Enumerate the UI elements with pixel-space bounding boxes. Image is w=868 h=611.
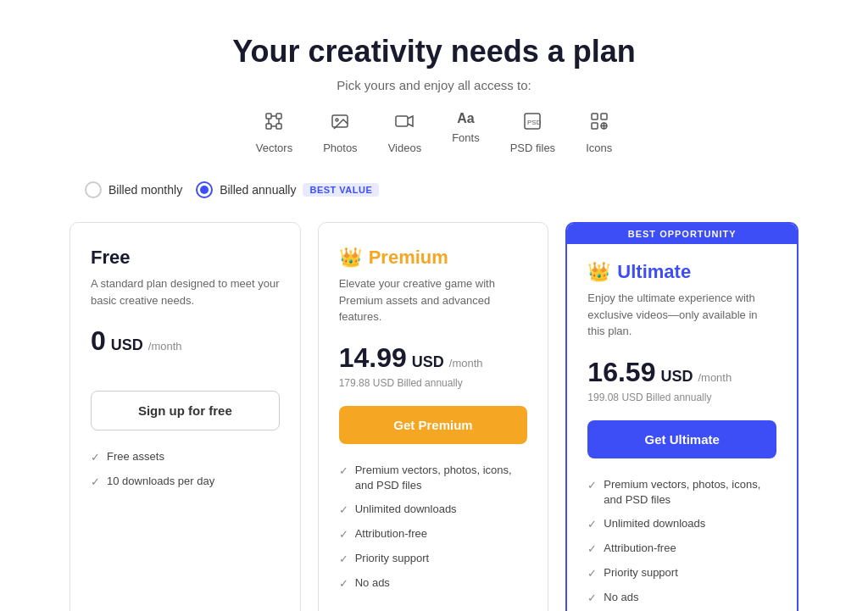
photos-label: Photos bbox=[323, 142, 357, 154]
premium-plan-price: 14.99 USD /month bbox=[339, 342, 528, 374]
free-price-period: /month bbox=[148, 340, 182, 353]
feature-fonts: Aa Fonts bbox=[452, 111, 480, 154]
features-row: Vectors Photos Videos Aa Fonts PSD bbox=[256, 111, 612, 154]
feature-psd: PSD PSD files bbox=[510, 111, 555, 154]
list-item: ✓ No ads bbox=[339, 575, 528, 592]
feature-icons: Icons bbox=[586, 111, 612, 154]
premium-plan-button[interactable]: Get Premium bbox=[339, 406, 528, 444]
ultimate-plan-description: Enjoy the ultimate experience with exclu… bbox=[587, 290, 776, 340]
free-plan-description: A standard plan designed to meet your ba… bbox=[91, 275, 280, 308]
check-icon: ✓ bbox=[587, 591, 597, 606]
premium-feature-5: No ads bbox=[355, 575, 390, 591]
premium-feature-4: Priority support bbox=[355, 551, 429, 566]
ultimate-price-period: /month bbox=[698, 371, 732, 384]
check-icon: ✓ bbox=[587, 566, 597, 581]
billing-annually-radio[interactable] bbox=[196, 181, 213, 198]
free-feature-2: 10 downloads per day bbox=[107, 474, 214, 489]
ultimate-feature-3: Attribution-free bbox=[604, 541, 676, 556]
page-title: Your creativity needs a plan bbox=[232, 34, 636, 69]
svg-rect-0 bbox=[266, 114, 271, 119]
ultimate-plan-price: 16.59 USD /month bbox=[587, 357, 776, 388]
videos-label: Videos bbox=[388, 142, 422, 154]
icons-icon bbox=[589, 111, 609, 136]
svg-point-9 bbox=[336, 119, 338, 121]
psd-label: PSD files bbox=[510, 142, 555, 154]
free-plan-name: Free bbox=[91, 247, 280, 269]
svg-rect-13 bbox=[592, 114, 598, 119]
check-icon: ✓ bbox=[587, 542, 597, 557]
billing-annually-label: Billed annually bbox=[220, 183, 296, 197]
ultimate-price-amount: 16.59 bbox=[587, 357, 655, 388]
free-plan-button[interactable]: Sign up for free bbox=[91, 391, 280, 430]
billing-monthly-radio[interactable] bbox=[85, 181, 102, 198]
premium-feature-3: Attribution-free bbox=[355, 526, 427, 542]
premium-plan-description: Elevate your creative game with Premium … bbox=[339, 275, 528, 325]
icons-label: Icons bbox=[586, 142, 612, 154]
premium-price-amount: 14.99 bbox=[339, 342, 407, 374]
svg-rect-1 bbox=[276, 114, 281, 119]
free-plan-price: 0 USD /month bbox=[91, 325, 280, 357]
list-item: ✓ Attribution-free bbox=[587, 541, 776, 557]
ultimate-feature-5: No ads bbox=[604, 590, 638, 605]
free-plan-card: Free A standard plan designed to meet yo… bbox=[70, 222, 301, 611]
check-icon: ✓ bbox=[339, 503, 348, 518]
ultimate-plan-button[interactable]: Get Ultimate bbox=[587, 420, 776, 458]
best-value-badge: BEST VALUE bbox=[303, 183, 379, 197]
free-price-currency: USD bbox=[111, 336, 143, 354]
check-icon: ✓ bbox=[91, 450, 100, 465]
check-icon: ✓ bbox=[339, 464, 348, 479]
ultimate-price-currency: USD bbox=[660, 368, 693, 386]
feature-videos: Videos bbox=[388, 111, 422, 154]
plans-container: Free A standard plan designed to meet yo… bbox=[70, 222, 798, 611]
list-item: ✓ Priority support bbox=[587, 565, 776, 581]
svg-rect-15 bbox=[592, 123, 598, 129]
premium-crown-icon: 👑 bbox=[339, 247, 362, 269]
free-features-list: ✓ Free assets ✓ 10 downloads per day bbox=[91, 449, 280, 490]
ultimate-plan-name: 👑 Ultimate bbox=[587, 261, 776, 283]
list-item: ✓ 10 downloads per day bbox=[91, 474, 280, 490]
svg-rect-14 bbox=[601, 114, 607, 119]
list-item: ✓ Premium vectors, photos, icons, and PS… bbox=[587, 477, 776, 508]
free-price-amount: 0 bbox=[91, 325, 106, 357]
billing-monthly-option[interactable]: Billed monthly bbox=[85, 181, 182, 198]
best-opportunity-banner: BEST OPPORTUNITY bbox=[567, 224, 797, 244]
fonts-label: Fonts bbox=[452, 131, 480, 144]
premium-plan-card: 👑 Premium Elevate your creative game wit… bbox=[318, 222, 549, 611]
fonts-icon: Aa bbox=[457, 111, 474, 126]
check-icon: ✓ bbox=[587, 478, 597, 493]
ultimate-crown-icon: 👑 bbox=[587, 261, 610, 283]
list-item: ✓ Free assets bbox=[91, 449, 280, 465]
vectors-label: Vectors bbox=[256, 142, 292, 154]
list-item: ✓ Unlimited downloads bbox=[339, 502, 528, 518]
check-icon: ✓ bbox=[339, 527, 348, 542]
svg-text:PSD: PSD bbox=[527, 119, 542, 126]
billing-annually-option[interactable]: Billed annually BEST VALUE bbox=[196, 181, 379, 198]
page-subtitle: Pick yours and enjoy all access to: bbox=[337, 78, 531, 92]
ultimate-features-list: ✓ Premium vectors, photos, icons, and PS… bbox=[587, 477, 776, 612]
list-item: ✓ Unlimited downloads bbox=[587, 516, 776, 532]
ultimate-plan-card: BEST OPPORTUNITY 👑 Ultimate Enjoy the ul… bbox=[565, 222, 798, 611]
free-price-annual bbox=[91, 360, 280, 374]
svg-rect-10 bbox=[396, 116, 408, 126]
premium-price-currency: USD bbox=[412, 353, 444, 371]
ultimate-feature-1: Premium vectors, photos, icons, and PSD … bbox=[604, 477, 776, 508]
ultimate-feature-2: Unlimited downloads bbox=[604, 516, 705, 531]
list-item: ✓ No ads bbox=[587, 590, 776, 606]
photos-icon bbox=[330, 111, 350, 136]
psd-icon: PSD bbox=[522, 111, 542, 136]
ultimate-feature-4: Priority support bbox=[604, 565, 677, 580]
feature-photos: Photos bbox=[323, 111, 357, 154]
svg-rect-3 bbox=[276, 124, 281, 129]
free-feature-1: Free assets bbox=[107, 449, 164, 464]
list-item: ✓ Attribution-free bbox=[339, 526, 528, 542]
billing-toggle: Billed monthly Billed annually BEST VALU… bbox=[85, 181, 379, 198]
check-icon: ✓ bbox=[339, 576, 348, 592]
list-item: ✓ Premium vectors, photos, icons, and PS… bbox=[339, 463, 528, 493]
svg-rect-2 bbox=[266, 124, 271, 129]
ultimate-price-annual: 199.08 USD Billed annually bbox=[587, 392, 776, 403]
premium-features-list: ✓ Premium vectors, photos, icons, and PS… bbox=[339, 463, 528, 592]
videos-icon bbox=[394, 111, 415, 136]
premium-plan-name: 👑 Premium bbox=[339, 247, 528, 269]
feature-vectors: Vectors bbox=[256, 111, 292, 154]
premium-price-period: /month bbox=[449, 357, 483, 369]
